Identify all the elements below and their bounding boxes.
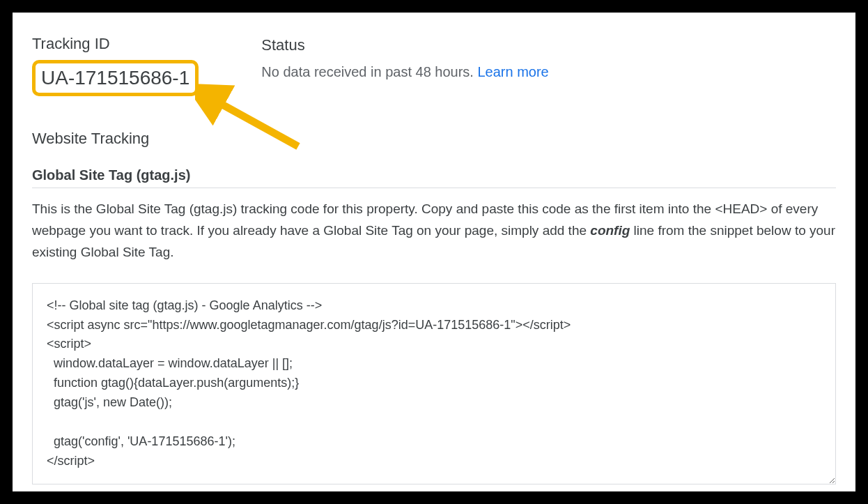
status-text: No data received in past 48 hours. Learn… bbox=[261, 64, 548, 80]
status-label: Status bbox=[261, 36, 548, 54]
status-text-value: No data received in past 48 hours. bbox=[261, 64, 477, 79]
page-container: Tracking ID UA-171515686-1 Status No dat… bbox=[13, 13, 855, 491]
gtag-heading: Global Site Tag (gtag.js) bbox=[32, 167, 190, 188]
tracking-id-value: UA-171515686-1 bbox=[32, 60, 199, 96]
status-section: Status No data received in past 48 hours… bbox=[261, 35, 548, 96]
top-row: Tracking ID UA-171515686-1 Status No dat… bbox=[32, 35, 836, 96]
gtag-heading-row: Global Site Tag (gtag.js) bbox=[32, 167, 836, 188]
tracking-id-label: Tracking ID bbox=[32, 35, 199, 53]
gtag-config-emphasis: config bbox=[590, 223, 630, 238]
learn-more-link[interactable]: Learn more bbox=[477, 64, 548, 79]
website-tracking-heading: Website Tracking bbox=[32, 130, 836, 148]
code-snippet-box[interactable]: <!-- Global site tag (gtag.js) - Google … bbox=[32, 283, 836, 484]
gtag-description: This is the Global Site Tag (gtag.js) tr… bbox=[32, 198, 836, 264]
tracking-id-section: Tracking ID UA-171515686-1 bbox=[32, 35, 199, 96]
